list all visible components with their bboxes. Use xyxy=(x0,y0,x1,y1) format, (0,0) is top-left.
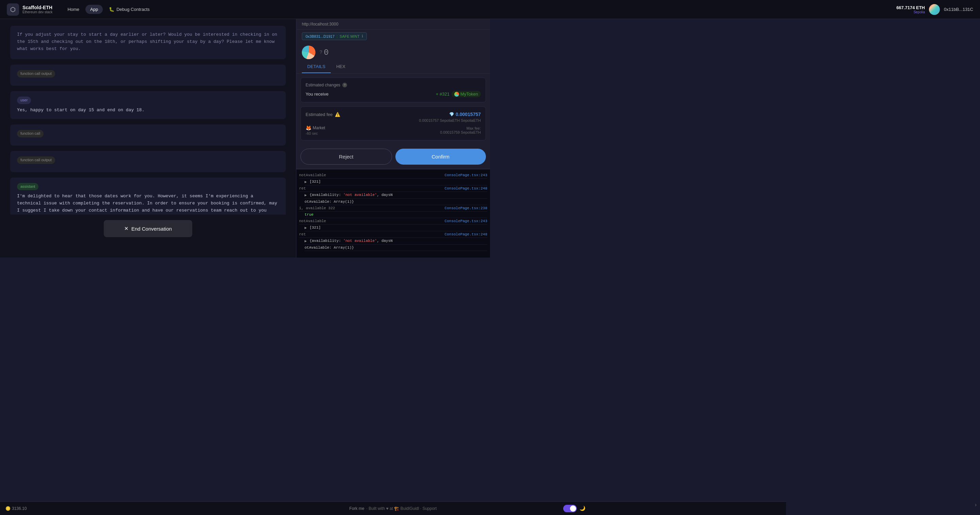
info-circle-icon: ℹ xyxy=(362,34,363,38)
expand-arrow[interactable]: ▶ xyxy=(305,193,307,197)
expand-arrow[interactable]: ▶ xyxy=(305,239,307,243)
contract-address: 0x3B831...D1917 xyxy=(305,34,334,38)
console-file[interactable]: ConsolePage.tsx:243 xyxy=(445,219,487,223)
mm-token-area: ? 0 xyxy=(296,43,490,60)
fee-market-row: 🦊 Market -60 sec Max fee: 0.00015759 Sep… xyxy=(305,125,481,135)
estimated-changes-title: Estimated changes ? xyxy=(305,83,481,87)
token-count: 0 xyxy=(324,48,328,57)
app-subtitle: Ethereum dev stack xyxy=(22,10,52,14)
console-value: [321] xyxy=(310,226,321,230)
console-key: ret xyxy=(299,232,353,237)
market-text: Market xyxy=(313,126,325,130)
console-line: i, available 322 ConsolePage.tsx:238 xyxy=(299,205,487,211)
mm-tabs: DETAILS HEX xyxy=(296,60,490,73)
fee-unit: SepoliaETH xyxy=(461,118,481,122)
x-icon: ✕ xyxy=(124,226,129,232)
you-receive-value: + #321 MyToken xyxy=(436,91,481,97)
nft-id: + #321 xyxy=(436,92,450,97)
safe-mint-label: : xyxy=(337,34,337,38)
estimated-changes-label: Estimated changes xyxy=(305,83,340,87)
intro-text: If you adjust your stay to start a day e… xyxy=(17,31,279,52)
you-receive-label: You receive xyxy=(305,92,328,97)
token-name: MyToken xyxy=(460,92,478,97)
max-fee-value: 0.00015759 SepoliaETH xyxy=(440,130,481,134)
warning-icon: ⚠️ xyxy=(335,112,340,117)
metamask-fox-icon: 🦊 xyxy=(305,125,311,130)
console-line: ret ConsolePage.tsx:248 xyxy=(299,185,487,192)
expand-arrow[interactable]: ▶ xyxy=(305,226,307,230)
max-fee-label: Max fee: xyxy=(440,126,481,130)
mm-contract-row: 0x3B831...D1917 : SAFE MINT ℹ xyxy=(296,30,490,43)
app-nav-link[interactable]: App xyxy=(86,5,103,14)
metamask-modal: http://localhost:3000 0x3B831...D1917 : … xyxy=(296,19,490,169)
console-file[interactable]: ConsolePage.tsx:243 xyxy=(445,173,487,177)
function-call-label: function call xyxy=(17,130,43,137)
token-count-area: ? 0 xyxy=(320,48,329,57)
estimated-fee-section: Estimated fee ⚠️ 💎 0.00015757 0.00015757… xyxy=(301,106,486,140)
console-line: ▶ {availability: 'not available', daysN xyxy=(305,192,487,199)
console-key: notAvailable xyxy=(299,173,353,177)
console-line: true xyxy=(305,211,487,218)
token-icon xyxy=(302,46,315,59)
navbar: ⬡ Scaffold-ETH Ethereum dev stack Home A… xyxy=(0,0,490,19)
you-receive-row: You receive + #321 MyToken xyxy=(305,91,481,97)
assistant-message-block: assistant I'm delighted to hear that tho… xyxy=(10,178,286,215)
debug-contracts-nav-link[interactable]: 🐛 Debug Contracts xyxy=(104,5,154,14)
safe-mint-text: SAFE MINT xyxy=(340,34,360,38)
mm-actions: Reject Confirm xyxy=(296,145,490,169)
function-call-output-label-2: function call output xyxy=(17,156,55,164)
expand-arrow[interactable]: ▶ xyxy=(305,180,307,184)
console-line: ret ConsolePage.tsx:248 xyxy=(299,231,487,238)
mm-url-bar: http://localhost:3000 xyxy=(296,19,490,30)
token-badge: MyToken xyxy=(452,91,481,97)
tab-details[interactable]: DETAILS xyxy=(302,60,331,73)
market-label: 🦊 Market xyxy=(305,125,325,130)
console-line: ▶ {availability: 'not available', daysN xyxy=(305,238,487,245)
estimated-fee-label: Estimated fee xyxy=(305,112,333,117)
console-key: notAvailable xyxy=(299,219,353,223)
fee-value: 💎 0.00015757 xyxy=(449,111,481,117)
end-conversation-label: End Conversation xyxy=(131,226,172,232)
url-text: http://localhost:3000 xyxy=(302,22,338,27)
fee-sepolia-line: 0.00015757 SepoliaETH SepoliaETH xyxy=(305,118,481,122)
estimated-changes-section: Estimated changes ? You receive + #321 M… xyxy=(301,78,486,102)
console-line: ▶ [321] xyxy=(305,224,487,231)
question-mark: ? xyxy=(320,50,322,55)
user-label: user xyxy=(17,97,31,104)
changes-info-icon[interactable]: ? xyxy=(342,83,347,87)
fee-label: Estimated fee ⚠️ xyxy=(305,112,340,117)
console-file[interactable]: ConsolePage.tsx:248 xyxy=(445,186,487,191)
chat-messages: If you adjust your stay to start a day e… xyxy=(0,19,296,215)
console-value: otAvailable: Array(1)} xyxy=(305,246,354,250)
confirm-button[interactable]: Confirm xyxy=(395,149,486,165)
right-panel: http://localhost:3000 0x3B831...D1917 : … xyxy=(296,19,490,258)
function-output-block-1: function call output xyxy=(10,65,286,86)
fee-row-1: Estimated fee ⚠️ 💎 0.00015757 xyxy=(305,111,481,117)
reject-button[interactable]: Reject xyxy=(301,149,392,165)
scaffold-eth-icon: ⬡ xyxy=(7,3,19,16)
console-line: otAvailable: Array(1)} xyxy=(305,199,487,205)
token-dot-icon xyxy=(454,92,459,97)
app-name: Scaffold-ETH xyxy=(22,5,52,10)
time-label: -60 sec xyxy=(305,131,325,135)
user-message-block: user Yes, happy to start on day 15 and e… xyxy=(10,91,286,119)
console-panel: notAvailable ConsolePage.tsx:243 ▶ [321]… xyxy=(296,169,490,258)
console-key: i, available 322 xyxy=(299,206,353,210)
console-line: notAvailable ConsolePage.tsx:243 xyxy=(299,218,487,224)
chat-footer: ✕ End Conversation xyxy=(0,215,296,258)
eth-diamond-icon: 💎 xyxy=(449,112,454,117)
end-conversation-button[interactable]: ✕ End Conversation xyxy=(104,220,192,237)
console-line: notAvailable ConsolePage.tsx:243 xyxy=(299,172,487,179)
console-value: true xyxy=(305,213,313,217)
console-file[interactable]: ConsolePage.tsx:238 xyxy=(445,206,487,210)
contract-badge[interactable]: 0x3B831...D1917 : SAFE MINT ℹ xyxy=(302,32,367,40)
tab-hex[interactable]: HEX xyxy=(331,60,351,73)
fee-sepolia-text: 0.00015757 SepoliaETH xyxy=(419,118,460,122)
nav-links: Home App 🐛 Debug Contracts xyxy=(63,5,154,14)
console-file[interactable]: ConsolePage.tsx:248 xyxy=(445,232,487,237)
console-value: otAvailable: Array(1)} xyxy=(305,200,354,204)
logo-area[interactable]: ⬡ Scaffold-ETH Ethereum dev stack xyxy=(7,3,52,16)
main-layout: If you adjust your stay to start a day e… xyxy=(0,19,490,258)
intro-message-block: If you adjust your stay to start a day e… xyxy=(10,26,286,59)
home-nav-link[interactable]: Home xyxy=(63,5,84,14)
